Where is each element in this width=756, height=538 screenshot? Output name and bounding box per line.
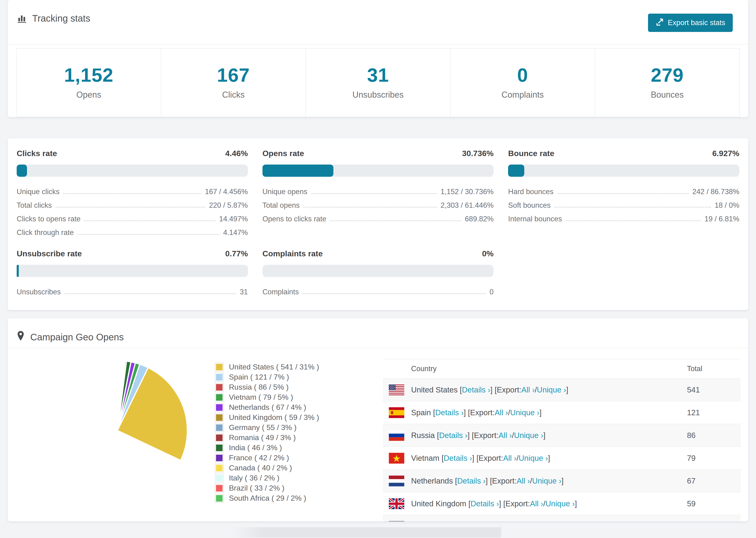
bracket: ]	[566, 385, 568, 394]
rate-percent: 0.77%	[225, 249, 248, 258]
flag-nl-icon	[389, 476, 404, 486]
legend-label: Italy ( 36 / 2% )	[229, 474, 279, 482]
details-link[interactable]: Details ›	[470, 499, 499, 508]
export-unique-link[interactable]: Unique ›	[532, 476, 561, 485]
stat-label: Clicks	[161, 90, 305, 100]
geo-legend: United States ( 541 / 31% )Spain ( 121 /…	[215, 362, 370, 503]
country-name: United Kingdom	[411, 499, 468, 508]
legend-item-romania[interactable]: Romania ( 49 / 3% )	[215, 433, 370, 443]
legend-item-france[interactable]: France ( 42 / 2% )	[215, 453, 370, 463]
rate-row-label: Click through rate	[17, 229, 74, 236]
slash: /	[508, 408, 510, 417]
rate-panel-top: Clicks rate4.46%	[17, 149, 248, 158]
country-cell: Netherlands [Details ›] [Export: All › /…	[389, 476, 687, 486]
rate-row-label: Unsubscribes	[17, 288, 61, 296]
export-unique-link[interactable]: Unique ›	[510, 408, 540, 417]
legend-item-spain[interactable]: Spain ( 121 / 7% )	[215, 372, 370, 382]
legend-item-canada[interactable]: Canada ( 40 / 2% )	[215, 463, 370, 473]
country-cell: Germany [Details ›] [Export: All › / Uni…	[389, 521, 687, 521]
details-link[interactable]: Details ›	[457, 476, 486, 485]
rate-row-unique-opens: Unique opens1,152 / 30.736%	[262, 188, 494, 195]
legend-item-united-kingdom[interactable]: United Kingdom ( 59 / 3% )	[215, 412, 370, 422]
geo-table-row-russia: Russia [Details ›] [Export: All › / Uniq…	[383, 424, 741, 447]
legend-item-south-africa[interactable]: South Africa ( 29 / 2% )	[215, 493, 370, 503]
bracket: ]	[575, 499, 577, 508]
rate-row-label: Hard bounces	[508, 188, 553, 195]
export-all-link[interactable]: All ›	[521, 385, 535, 394]
flag-ru-icon	[389, 430, 404, 441]
details-link[interactable]: Details ›	[444, 454, 472, 463]
legend-swatch	[215, 474, 224, 483]
legend-item-vietnam[interactable]: Vietnam ( 79 / 5% )	[215, 392, 370, 402]
details-link[interactable]: Details ›	[462, 385, 490, 394]
bracket: ] [Export:	[472, 454, 503, 463]
page: Tracking stats Export basic stats 1,152O…	[0, 0, 756, 521]
export-unique-link[interactable]: Unique ›	[514, 431, 543, 440]
flag-es-icon	[389, 407, 404, 418]
dotted-leader	[303, 294, 486, 294]
legend-item-india[interactable]: India ( 46 / 3% )	[215, 443, 370, 453]
progress-fill	[262, 165, 334, 177]
summary-stats: 1,152Opens167Clicks31Unsubscribes0Compla…	[16, 48, 740, 117]
geo-table-row-united-kingdom: United Kingdom [Details ›] [Export: All …	[383, 492, 741, 515]
export-basic-stats-button[interactable]: Export basic stats	[648, 14, 733, 32]
bracket: [	[455, 476, 457, 485]
legend-item-united-states[interactable]: United States ( 541 / 31% )	[215, 362, 370, 372]
rate-rows: Complaints0	[262, 288, 494, 296]
export-all-link[interactable]: All ›	[499, 431, 512, 440]
geo-table-row-netherlands: Netherlands [Details ›] [Export: All › /…	[383, 469, 741, 492]
pie-slice-other[interactable]	[117, 360, 118, 430]
stat-box-complaints: 0Complaints	[450, 48, 595, 117]
rate-row-value: 689.82%	[465, 215, 494, 223]
stat-label: Unsubscribes	[306, 90, 450, 100]
rate-row-value: 167 / 4.456%	[205, 188, 248, 195]
legend-swatch	[215, 423, 224, 432]
legend-item-italy[interactable]: Italy ( 36 / 2% )	[215, 473, 370, 483]
legend-swatch	[215, 494, 224, 503]
export-icon	[656, 18, 664, 28]
rate-panel-top: Opens rate30.736%	[262, 149, 494, 158]
export-unique-link[interactable]: Unique ›	[519, 454, 548, 463]
legend-swatch	[215, 363, 224, 372]
legend-label: Brazil ( 33 / 2% )	[229, 484, 285, 493]
legend-item-brazil[interactable]: Brazil ( 33 / 2% )	[215, 483, 370, 493]
rate-row-complaints: Complaints0	[262, 288, 494, 296]
rate-row-label: Total clicks	[17, 202, 52, 209]
slash: /	[543, 499, 545, 508]
legend-label: Canada ( 40 / 2% )	[229, 463, 292, 472]
flag-gb-icon	[389, 498, 404, 509]
slash: /	[535, 385, 537, 394]
bracket: ]	[543, 431, 545, 440]
rates-grid: Clicks rate4.46%Unique clicks167 / 4.456…	[17, 149, 739, 296]
export-all-link[interactable]: All ›	[516, 476, 530, 485]
export-unique-link[interactable]: Unique ›	[545, 499, 575, 508]
bracket: ] [Export:	[499, 499, 530, 508]
country-total: 86	[687, 431, 741, 440]
dotted-leader	[56, 207, 205, 207]
rate-row-label: Complaints	[262, 288, 299, 296]
progress-track	[17, 265, 248, 277]
rate-percent: 30.736%	[462, 149, 494, 158]
rate-row-value: 4.147%	[223, 229, 248, 236]
export-all-link[interactable]: All ›	[530, 499, 543, 508]
rate-row-label: Internal bounces	[508, 215, 562, 223]
export-all-link[interactable]: All ›	[495, 408, 508, 417]
details-link[interactable]: Details ›	[435, 408, 464, 417]
legend-label: France ( 42 / 2% )	[229, 454, 289, 462]
stat-box-clicks: 167Clicks	[161, 48, 306, 117]
bracket: [	[442, 454, 444, 463]
export-all-link[interactable]: All ›	[503, 454, 516, 463]
legend-item-germany[interactable]: Germany ( 55 / 3% )	[215, 422, 370, 433]
column-total: Total	[687, 364, 741, 373]
dotted-leader	[65, 294, 236, 294]
export-unique-link[interactable]: Unique ›	[537, 385, 566, 394]
legend-item-russia[interactable]: Russia ( 86 / 5% )	[215, 382, 370, 392]
legend-item-netherlands[interactable]: Netherlands ( 67 / 4% )	[215, 402, 370, 412]
rate-title: Unsubscribe rate	[17, 249, 82, 258]
geo-header: Campaign Geo Opens	[8, 318, 748, 348]
tracking-stats-header: Tracking stats Export basic stats	[8, 0, 748, 45]
page-title-wrap: Tracking stats	[17, 13, 90, 24]
stat-box-opens: 1,152Opens	[16, 48, 161, 117]
details-link[interactable]: Details ›	[439, 431, 467, 440]
progress-fill	[17, 265, 19, 277]
